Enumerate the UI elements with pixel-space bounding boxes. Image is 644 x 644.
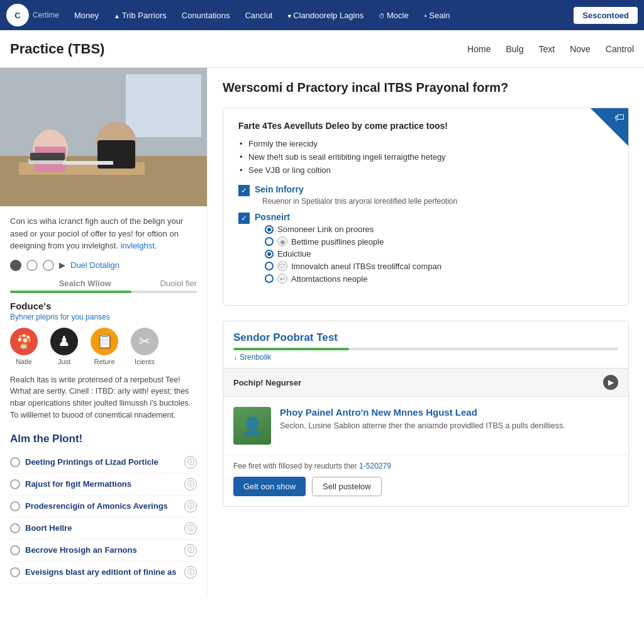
check-title-1: Sein Inforry: [255, 184, 457, 194]
radio-option-text-4: Imnovalch aneul ITBSs treoliffcal compan: [291, 262, 441, 271]
radio-dot-5[interactable]: [265, 274, 274, 283]
list-item: Boort Hellre ⓘ: [10, 518, 197, 540]
sec-nav-cantrol[interactable]: Cantrol: [606, 44, 634, 54]
list-radio-2[interactable]: [10, 479, 20, 489]
radio-option-text-2: Bettime pusiflines pleople: [291, 237, 384, 247]
list-item: Becrove Hrosigh an Farnons ⓘ: [10, 540, 197, 562]
radio-dot-1[interactable]: [265, 225, 274, 234]
nav-item-seain[interactable]: Seain: [418, 7, 457, 24]
sec-nav-nove[interactable]: Nove: [570, 44, 591, 54]
checkbox-1[interactable]: ✓: [238, 185, 250, 196]
nav-item-money[interactable]: Money: [68, 7, 105, 24]
icon-item-natle[interactable]: 🍄 Natle: [10, 328, 38, 365]
sidebar-link[interactable]: invlelghst: [121, 241, 155, 250]
list-item: Deeting Printings of Lizad Porticle ⓘ: [10, 452, 197, 474]
search-progress-bar: [10, 291, 197, 293]
radio-dot-3[interactable]: [265, 250, 274, 258]
radio-option-icon-4: 🛡: [277, 261, 287, 271]
page-title: Practice (TBS): [10, 41, 455, 57]
radio-option-4[interactable]: 🛡 Imnovalch aneul ITBSs treoliffcal comp…: [265, 261, 441, 271]
secondary-nav-links: Home Bulg Text Nove Cantrol: [467, 44, 634, 54]
list-text-2: Rajust for figit Mermattions: [25, 479, 179, 489]
classroom-svg: [0, 68, 207, 206]
nav-item-clandoorelp[interactable]: Clandoorelp Lagins: [281, 7, 370, 24]
list-radio-6[interactable]: [10, 567, 20, 577]
main-layout: Con ics wiha lcranct figh auch of the be…: [0, 68, 644, 596]
avatar-person: 👤: [233, 407, 271, 445]
list-info-1[interactable]: ⓘ: [184, 456, 197, 469]
nav-item-mocle[interactable]: Mocle: [372, 7, 414, 24]
radio-option-1[interactable]: Somoneer Link on proores: [265, 225, 441, 234]
radio-dot-2[interactable]: [265, 237, 274, 246]
checkbox-2[interactable]: ✓: [238, 213, 250, 224]
footer-link[interactable]: 1-520279: [359, 462, 391, 470]
logo[interactable]: C Certime: [6, 4, 59, 26]
sendor-progress-fill: [233, 348, 349, 350]
sendor-arrow-icon[interactable]: ▶: [603, 375, 618, 390]
sidebar-image: [0, 68, 207, 206]
sec-nav-text[interactable]: Text: [538, 44, 555, 54]
profile-block: 👤 Phoy Painel Antro'n New Mnnes Hgust Le…: [223, 397, 628, 455]
sendor-row[interactable]: Pochip! Negurser ▶: [223, 368, 628, 397]
nav-item-trib[interactable]: Trib Parriors: [108, 7, 173, 24]
svg-rect-7: [30, 153, 65, 160]
cta-button[interactable]: Sescontoed: [574, 7, 638, 24]
button-row: Gelt oon show Sell pustelow: [223, 477, 628, 506]
radio-circle-2[interactable]: [26, 260, 38, 271]
natle-icon: 🍄: [10, 328, 38, 355]
profile-name: Phoy Painel Antro'n New Mnnes Hgust Lead: [280, 407, 565, 418]
icon-item-just[interactable]: ♟ Just: [50, 328, 78, 365]
foduce-subtitle: Byhner plepris for you panses: [10, 313, 197, 321]
list-item: Prodesrencigin of Amonics Averings ⓘ: [10, 496, 197, 518]
check-item-1: ✓ Sein Inforry Reuenor in Spetiialor tni…: [238, 184, 613, 206]
list-info-3[interactable]: ⓘ: [184, 500, 197, 513]
logo-icon: C: [6, 4, 29, 26]
sendor-card: Sendor Poobrat Test Srenbolik Pochip! Ne…: [223, 321, 629, 507]
list-text-6: Eveisigns blast ary editiont of finine a…: [25, 567, 179, 577]
list-item: Eveisigns blast ary editiont of finine a…: [10, 562, 197, 584]
radio-option-icon-2: ◉: [277, 236, 287, 247]
list-radio-5[interactable]: [10, 545, 20, 555]
search-label: Sealch Wliow: [59, 279, 111, 288]
list-info-6[interactable]: ⓘ: [184, 566, 197, 579]
list-radio-3[interactable]: [10, 501, 20, 511]
check-content-2: Posneirt Somoneer Link on proores ◉ Bett…: [255, 212, 441, 286]
get-show-button[interactable]: Gelt oon show: [233, 477, 306, 496]
radio-link[interactable]: Duel Dotalign: [70, 260, 119, 270]
list-text-5: Becrove Hrosigh an Farnons: [25, 545, 179, 555]
list-info-4[interactable]: ⓘ: [184, 522, 197, 535]
icon-row: 🍄 Natle ♟ Just 📋 Reture ✂ Icients: [10, 328, 197, 365]
sendor-link[interactable]: Srenbolik: [233, 353, 618, 362]
radio-option-3[interactable]: Eduictiue: [265, 249, 441, 258]
list-text-1: Deeting Printings of Lizad Porticle: [25, 457, 179, 467]
nav-item-canclut[interactable]: Canclut: [238, 7, 279, 24]
progress-fill: [10, 291, 131, 293]
search-section: Sealch Wliow Duoiol fier: [10, 279, 197, 293]
list-radio-1[interactable]: [10, 457, 20, 467]
icon-item-icients[interactable]: ✂ Icients: [131, 328, 158, 365]
list-radio-4[interactable]: [10, 523, 20, 533]
radio-option-2[interactable]: ◉ Bettime pusiflines pleople: [265, 236, 441, 247]
icon-item-reture[interactable]: 📋 Reture: [91, 328, 118, 365]
just-icon: ♟: [50, 328, 78, 355]
radio-circle-3[interactable]: [43, 260, 54, 271]
radio-group: ▶ Duel Dotalign: [10, 260, 197, 271]
profile-description: Seclon, Lusine Sablion atterne ther the …: [280, 420, 565, 432]
sec-nav-home[interactable]: Home: [467, 44, 491, 54]
radio-circle-1[interactable]: [10, 260, 21, 271]
secondary-navigation: Practice (TBS) Home Bulg Text Nove Cantr…: [0, 30, 644, 68]
nav-item-conuntations[interactable]: Conuntations: [175, 7, 236, 24]
footer-text: Fee firet with fillosed by reudurts ther: [233, 462, 357, 470]
radio-dot-4[interactable]: [265, 262, 274, 270]
sec-nav-bulg[interactable]: Bulg: [506, 44, 523, 54]
radio-option-text-1: Somoneer Link on proores: [277, 225, 374, 234]
sell-button[interactable]: Sell pustelow: [312, 477, 382, 496]
radio-option-5[interactable]: ↩ Attomtactions neople: [265, 274, 441, 284]
list-info-5[interactable]: ⓘ: [184, 544, 197, 557]
list-info-2[interactable]: ⓘ: [184, 478, 197, 491]
check-content-1: Sein Inforry Reuenor in Spetiialor tnis …: [255, 184, 457, 206]
bullet-2: New the!t sub is seail eritibiting ingel…: [238, 150, 613, 164]
list-item: Rajust for figit Mermattions ⓘ: [10, 474, 197, 496]
profile-avatar: 👤: [233, 407, 271, 445]
card-bullets: Formly the ierecidy New the!t sub is sea…: [238, 137, 613, 177]
